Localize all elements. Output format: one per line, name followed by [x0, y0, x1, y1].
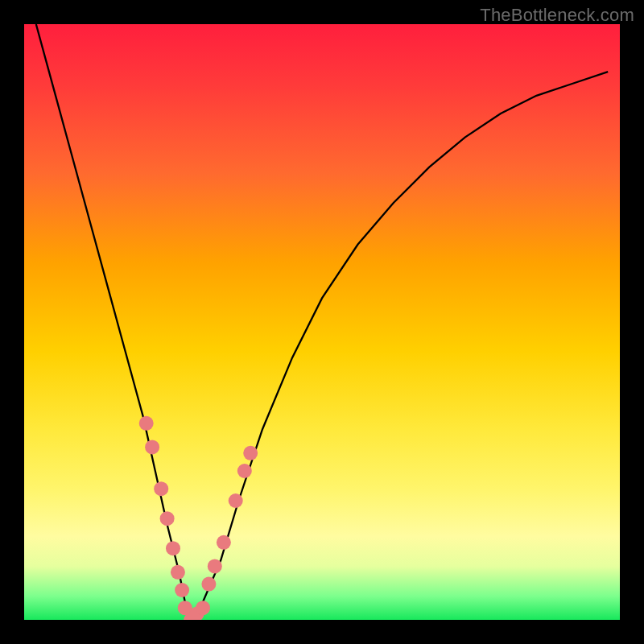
- outer-frame: TheBottleneck.com: [0, 0, 644, 644]
- highlight-marker: [166, 541, 180, 555]
- highlight-marker: [145, 440, 159, 454]
- highlight-marker: [229, 493, 243, 508]
- highlight-marker: [201, 577, 216, 592]
- chart-svg: [24, 24, 620, 620]
- marker-layer: [139, 416, 258, 620]
- highlight-marker: [171, 565, 185, 580]
- highlight-marker: [208, 559, 222, 573]
- highlight-marker: [243, 446, 258, 460]
- highlight-marker: [217, 535, 231, 550]
- bottleneck-curve-path: [36, 24, 608, 620]
- highlight-marker: [160, 511, 175, 526]
- highlight-marker: [154, 481, 168, 496]
- highlight-marker: [196, 601, 210, 615]
- watermark-text: TheBottleneck.com: [480, 5, 634, 26]
- curve-layer: [36, 24, 608, 620]
- highlight-marker: [237, 464, 252, 478]
- highlight-marker: [175, 583, 189, 597]
- plot-area: [24, 24, 620, 620]
- highlight-marker: [139, 416, 154, 431]
